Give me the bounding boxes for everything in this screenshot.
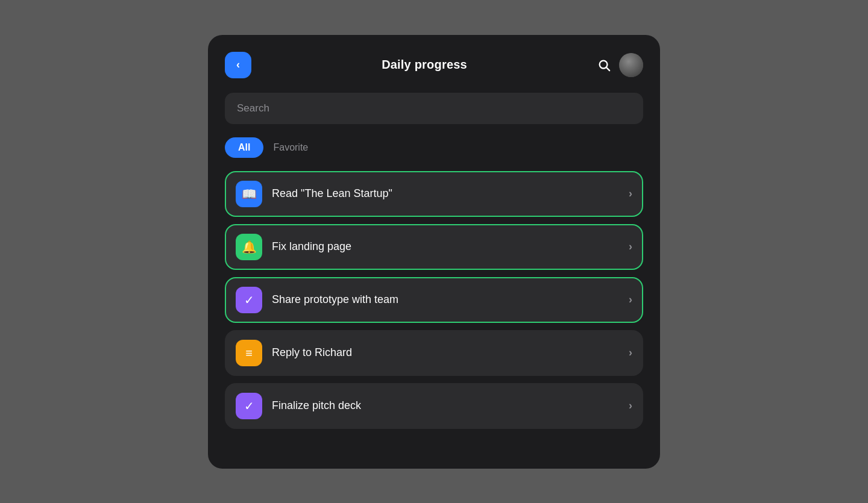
search-icon-button[interactable] — [597, 58, 611, 72]
task-item[interactable]: ✓Share prototype with team› — [225, 277, 643, 323]
header-icons — [597, 53, 643, 77]
task-item[interactable]: ✓Finalize pitch deck› — [225, 383, 643, 429]
task-icon: ✓ — [236, 287, 262, 313]
task-icon: ≡ — [236, 340, 262, 366]
task-label: Fix landing page — [272, 240, 629, 253]
filter-tabs: All Favorite — [225, 137, 643, 158]
chevron-right-icon: › — [629, 240, 632, 253]
avatar[interactable] — [619, 53, 643, 77]
tab-favorite[interactable]: Favorite — [273, 142, 308, 153]
task-item[interactable]: 📖Read "The Lean Startup"› — [225, 171, 643, 217]
task-2-icon: 🔔 — [242, 241, 257, 253]
task-3-icon: ✓ — [244, 294, 254, 306]
back-arrow-icon: ‹ — [236, 58, 240, 71]
task-list: 📖Read "The Lean Startup"›🔔Fix landing pa… — [225, 171, 643, 429]
task-icon: ✓ — [236, 393, 262, 419]
chevron-right-icon: › — [629, 293, 632, 306]
chevron-right-icon: › — [629, 187, 632, 200]
task-label: Finalize pitch deck — [272, 399, 629, 412]
page-title: Daily progress — [382, 58, 467, 72]
task-4-icon: ≡ — [245, 347, 253, 359]
task-label: Reply to Richard — [272, 346, 629, 359]
task-1-icon: 📖 — [242, 188, 257, 200]
svg-line-1 — [606, 67, 609, 70]
task-5-icon: ✓ — [244, 400, 254, 412]
task-label: Share prototype with team — [272, 293, 629, 306]
task-icon: 🔔 — [236, 234, 262, 260]
chevron-right-icon: › — [629, 346, 632, 359]
chevron-right-icon: › — [629, 399, 632, 412]
search-icon — [597, 58, 611, 72]
avatar-image — [619, 53, 643, 77]
task-item[interactable]: ≡Reply to Richard› — [225, 330, 643, 376]
task-label: Read "The Lean Startup" — [272, 187, 629, 200]
header: ‹ Daily progress — [225, 52, 643, 78]
back-button[interactable]: ‹ — [225, 52, 251, 78]
app-card: ‹ Daily progress All Favorite 📖Read "The… — [208, 35, 660, 469]
tab-all[interactable]: All — [225, 137, 263, 158]
task-icon: 📖 — [236, 181, 262, 207]
task-item[interactable]: 🔔Fix landing page› — [225, 224, 643, 270]
search-input[interactable] — [225, 93, 643, 124]
